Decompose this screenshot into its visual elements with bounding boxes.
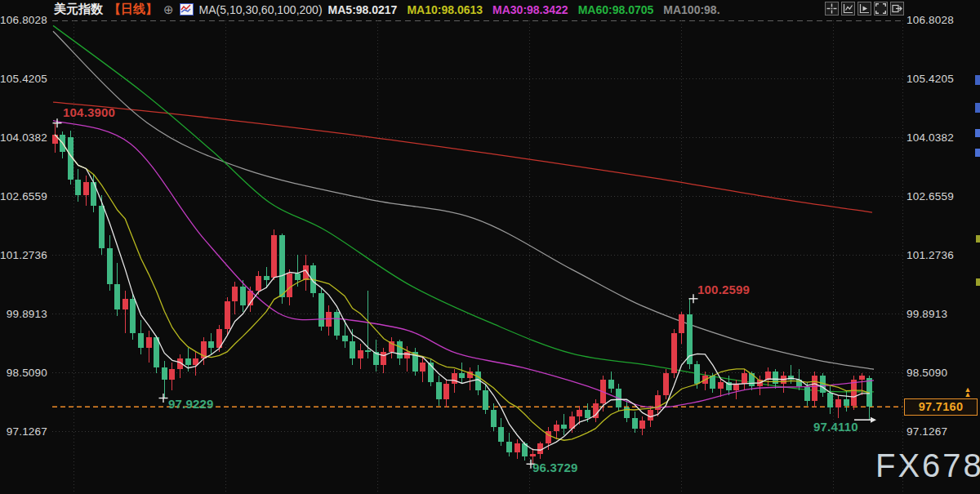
price-tick-label: 102.6559 (906, 190, 954, 202)
chart-type-icon[interactable] (180, 3, 194, 16)
price-tick-label: 101.2736 (0, 249, 47, 261)
price-tick-label: 99.8913 (906, 308, 947, 320)
price-tick-label: 101.2736 (906, 249, 954, 261)
price-up-arrow-icon: ▲▲ (962, 387, 973, 397)
indicator-panel-icon[interactable] (841, 2, 855, 16)
annotation-label: 104.3900 (63, 105, 115, 119)
ma-legend-item: MA5:98.0217 (328, 3, 398, 16)
price-tick-label: 98.5090 (906, 367, 947, 379)
price-tick-label: 106.8028 (0, 14, 47, 26)
playback-icon[interactable] (858, 2, 871, 16)
export-icon[interactable] (890, 2, 904, 16)
price-tick-label: 97.1267 (7, 425, 47, 438)
price-tick-label: 98.5090 (7, 367, 47, 379)
price-tick-label: 102.6559 (0, 190, 47, 202)
chart-toolbar (825, 2, 904, 16)
right-price-axis: 106.8028105.4205104.0382102.6559101.2736… (905, 0, 980, 494)
ma-legend-item: MA60:98.0705 (578, 3, 654, 16)
ma-legend-item: MA100:98. (663, 3, 719, 16)
price-tick-label: 105.4205 (0, 73, 47, 85)
fullscreen-icon[interactable] (874, 2, 888, 16)
ma-line-ma60 (53, 25, 874, 392)
crosshair-icon[interactable] (825, 2, 839, 16)
ma-legend-item: MA30:98.3422 (492, 3, 568, 16)
chart-header: 美元指数 【日线】 ⊕ MA(5,10,30,60,100,200) MA5:9… (54, 1, 720, 18)
trading-chart-app: 美元指数 【日线】 ⊕ MA(5,10,30,60,100,200) MA5:9… (0, 0, 980, 494)
price-tick-label: 99.8913 (7, 308, 47, 320)
ma-legend: MA5:98.0217MA10:98.0613MA30:98.3422MA60:… (328, 3, 720, 16)
price-tick-label: 104.0382 (0, 131, 47, 144)
left-price-axis: 106.8028105.4205104.0382102.6559101.2736… (0, 0, 51, 494)
ma-formula-label: MA(5,10,30,60,100,200) (199, 3, 323, 16)
ma-line-ma200 (53, 102, 872, 212)
current-price-label: 97.7160 (904, 398, 978, 416)
ma-line-ma30 (53, 121, 874, 408)
annotation-label: 97.4110 (813, 420, 858, 434)
period-badge: 【日线】 (109, 2, 158, 17)
price-tick-label: 97.1267 (906, 425, 947, 438)
ma-legend-item: MA10:98.0613 (407, 3, 483, 16)
annotation-label: 97.9229 (168, 397, 214, 411)
annotation-label: 96.3729 (532, 461, 578, 474)
price-tick-label: 104.0382 (906, 131, 954, 144)
add-indicator-icon[interactable]: ⊕ (163, 3, 174, 16)
price-tick-label: 106.8028 (906, 14, 954, 26)
instrument-title: 美元指数 (54, 2, 103, 17)
price-tick-label: 105.4205 (906, 73, 954, 85)
annotation-label: 100.2599 (697, 283, 750, 296)
